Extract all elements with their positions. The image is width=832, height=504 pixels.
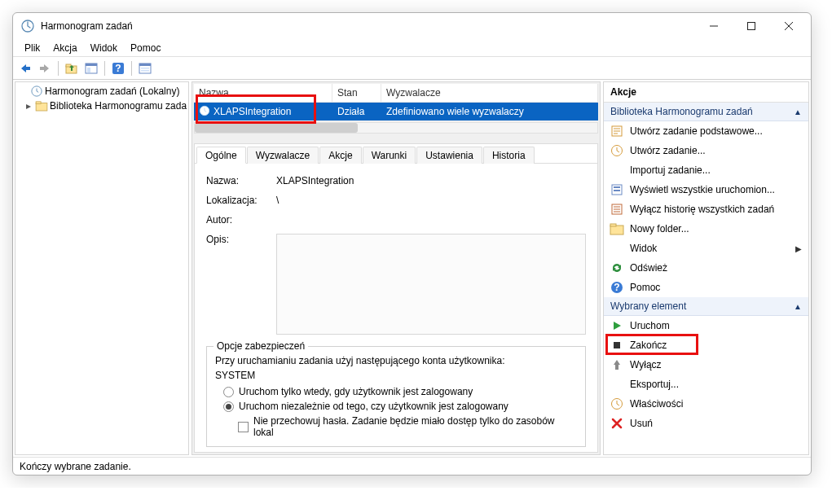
action-delete[interactable]: Usuń: [604, 414, 808, 433]
tab-actions[interactable]: Akcje: [319, 147, 361, 164]
svg-rect-21: [614, 190, 620, 191]
action-create[interactable]: Utwórz zadanie...: [604, 141, 808, 160]
tab-conditions[interactable]: Warunki: [363, 147, 416, 164]
properties-button[interactable]: [136, 59, 154, 77]
svg-rect-6: [87, 68, 90, 72]
task-list-header: Nazwa Stan Wyzwalacze: [194, 84, 598, 103]
check-nopass[interactable]: Nie przechowuj hasła. Zadanie będzie mia…: [238, 415, 577, 438]
task-name: XLAPSIntegration: [214, 106, 291, 117]
stop-icon: [610, 339, 623, 352]
action-show-running[interactable]: Wyświetl wszystkie uruchomion...: [604, 180, 808, 199]
action-refresh[interactable]: Odśwież: [604, 258, 808, 278]
section-library[interactable]: Biblioteka Harmonogramu zadań ▲: [604, 103, 808, 121]
col-name[interactable]: Nazwa: [194, 84, 332, 103]
action-help[interactable]: ? Pomoc: [604, 278, 808, 297]
action-end[interactable]: Zakończ: [604, 335, 808, 355]
svg-rect-5: [86, 64, 97, 66]
action-disable-history[interactable]: Wyłącz historię wszystkich zadań: [604, 199, 808, 219]
svg-text:?: ?: [614, 282, 619, 293]
tree-library-label: Biblioteka Harmonogramu zada: [50, 100, 187, 112]
svg-rect-10: [139, 64, 151, 66]
properties-icon: [610, 397, 623, 410]
description-box[interactable]: [276, 234, 586, 335]
export-icon: [610, 378, 623, 391]
action-disable[interactable]: Wyłącz: [604, 355, 808, 375]
value-name: XLAPSIntegration: [276, 175, 586, 186]
checkbox-icon: [238, 422, 249, 432]
check-nopass-label: Nie przechowuj hasła. Zadanie będzie mia…: [253, 415, 577, 438]
tab-history[interactable]: Historia: [483, 147, 535, 164]
col-state[interactable]: Stan: [332, 84, 381, 103]
tree-pane: Harmonogram zadań (Lokalny) ▸ Biblioteka…: [15, 81, 189, 455]
col-triggers[interactable]: Wyzwalacze: [381, 84, 598, 103]
label-location: Lokalizacja:: [206, 195, 268, 206]
tab-general[interactable]: Ogólne: [196, 147, 246, 164]
create-icon: [610, 144, 623, 157]
svg-rect-27: [614, 342, 620, 348]
help-icon: ?: [610, 281, 623, 294]
action-export[interactable]: Eksportuj...: [604, 375, 808, 394]
folder-icon: [610, 222, 623, 235]
center-pane: Nazwa Stan Wyzwalacze XLAPSIntegration D…: [191, 81, 601, 455]
action-view[interactable]: Widok ▶: [604, 239, 808, 258]
app-icon: [21, 20, 34, 33]
radio-icon: [223, 387, 234, 397]
maximize-button[interactable]: [733, 14, 770, 38]
svg-rect-1: [748, 23, 755, 30]
forward-button[interactable]: [36, 59, 54, 77]
label-name: Nazwa:: [206, 175, 268, 186]
tab-settings[interactable]: Ustawienia: [416, 147, 482, 164]
tree-library[interactable]: ▸ Biblioteka Harmonogramu zada: [17, 99, 187, 113]
hscrollbar[interactable]: [194, 122, 598, 134]
app-window: Harmonogram zadań Plik Akcja Widok Pomoc…: [12, 12, 812, 476]
refresh-icon: [610, 261, 623, 274]
tree-root[interactable]: Harmonogram zadań (Lokalny): [17, 84, 187, 99]
main-area: Harmonogram zadań (Lokalny) ▸ Biblioteka…: [13, 80, 811, 457]
security-fieldset: Opcje zabezpieczeń Przy uruchamianiu zad…: [206, 346, 586, 447]
menu-action[interactable]: Akcja: [46, 41, 83, 55]
chevron-right-icon[interactable]: ▸: [24, 100, 33, 112]
chevron-right-icon: ▶: [795, 244, 802, 253]
svg-rect-15: [36, 102, 41, 104]
minimize-button[interactable]: [695, 14, 733, 38]
statusbar: Kończy wybrane zadanie.: [13, 457, 811, 475]
action-properties[interactable]: Właściwości: [604, 394, 808, 414]
back-button[interactable]: [16, 59, 34, 77]
tabs: Ogólne Wyzwalacze Akcje Warunki Ustawien…: [195, 144, 597, 164]
collapse-icon: ▲: [794, 302, 802, 311]
security-user: SYSTEM: [215, 370, 577, 381]
task-row-selected[interactable]: XLAPSIntegration Działa Zdefiniowano wie…: [194, 103, 598, 121]
help-button[interactable]: ?: [109, 59, 127, 77]
svg-rect-12: [141, 70, 149, 72]
clock-icon: [30, 85, 43, 98]
task-list: Nazwa Stan Wyzwalacze XLAPSIntegration D…: [194, 84, 598, 121]
menu-file[interactable]: Plik: [18, 41, 46, 55]
tab-triggers[interactable]: Wyzwalacze: [247, 147, 319, 164]
task-icon: [199, 105, 210, 119]
create-basic-icon: [610, 125, 623, 138]
menu-view[interactable]: Widok: [84, 41, 124, 55]
show-hide-button[interactable]: [82, 59, 100, 77]
radio-always[interactable]: Uruchom niezależnie od tego, czy użytkow…: [223, 401, 577, 412]
action-run[interactable]: Uruchom: [604, 316, 808, 335]
section-selected[interactable]: Wybrany element ▲: [604, 297, 808, 316]
svg-rect-24: [610, 224, 616, 226]
radio-logged-label: Uruchom tylko wtedy, gdy użytkownik jest…: [239, 386, 473, 397]
up-button[interactable]: [63, 59, 81, 77]
security-text: Przy uruchamianiu zadania użyj następują…: [215, 355, 577, 366]
titlebar: Harmonogram zadań: [13, 13, 811, 39]
menu-help[interactable]: Pomoc: [124, 41, 167, 55]
status-text: Kończy wybrane zadanie.: [20, 461, 131, 472]
action-create-basic[interactable]: Utwórz zadanie podstawowe...: [604, 121, 808, 141]
running-icon: [610, 183, 623, 196]
menubar: Plik Akcja Widok Pomoc: [13, 39, 811, 57]
window-title: Harmonogram zadań: [41, 20, 695, 32]
view-icon: [610, 242, 623, 255]
radio-logged-on[interactable]: Uruchom tylko wtedy, gdy użytkownik jest…: [223, 386, 577, 397]
action-import[interactable]: Importuj zadanie...: [604, 160, 808, 180]
delete-icon: [610, 417, 623, 430]
svg-text:?: ?: [115, 63, 121, 74]
close-button[interactable]: [770, 14, 808, 38]
actions-pane: Akcje Biblioteka Harmonogramu zadań ▲ Ut…: [603, 81, 809, 455]
action-new-folder[interactable]: Nowy folder...: [604, 219, 808, 239]
